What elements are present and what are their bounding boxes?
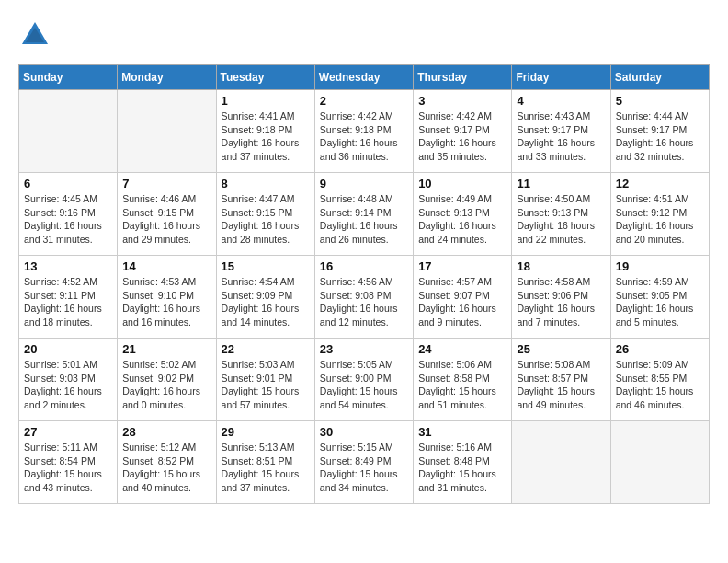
day-detail: Sunrise: 5:02 AMSunset: 9:02 PMDaylight:… [122, 358, 210, 412]
day-number: 5 [616, 94, 704, 108]
day-detail: Sunrise: 4:53 AMSunset: 9:10 PMDaylight:… [122, 275, 210, 329]
day-detail: Sunrise: 4:42 AMSunset: 9:17 PMDaylight:… [418, 109, 506, 164]
day-detail: Sunrise: 4:45 AMSunset: 9:16 PMDaylight:… [24, 192, 112, 247]
day-detail: Sunrise: 5:13 AMSunset: 8:51 PMDaylight:… [222, 441, 310, 495]
weekday-header: Monday [118, 65, 216, 90]
day-number: 25 [517, 342, 605, 356]
calendar-cell: 2Sunrise: 4:42 AMSunset: 9:18 PMDaylight… [314, 90, 413, 173]
day-number: 14 [122, 259, 210, 273]
calendar-cell: 27Sunrise: 5:11 AMSunset: 8:54 PMDayligh… [19, 421, 118, 504]
calendar-cell: 19Sunrise: 4:59 AMSunset: 9:05 PMDayligh… [610, 256, 709, 339]
calendar-cell [610, 421, 709, 504]
logo [18, 18, 55, 55]
calendar-cell: 14Sunrise: 4:53 AMSunset: 9:10 PMDayligh… [118, 256, 216, 339]
day-number: 7 [122, 177, 210, 190]
day-number: 20 [24, 342, 112, 356]
calendar-cell: 29Sunrise: 5:13 AMSunset: 8:51 PMDayligh… [216, 421, 314, 504]
day-number: 28 [122, 425, 210, 439]
day-detail: Sunrise: 4:50 AMSunset: 9:13 PMDaylight:… [517, 192, 605, 247]
day-detail: Sunrise: 4:43 AMSunset: 9:17 PMDaylight:… [517, 109, 605, 164]
day-detail: Sunrise: 5:08 AMSunset: 8:57 PMDaylight:… [517, 358, 605, 412]
day-detail: Sunrise: 4:59 AMSunset: 9:05 PMDaylight:… [616, 275, 704, 329]
calendar-cell: 15Sunrise: 4:54 AMSunset: 9:09 PMDayligh… [216, 256, 314, 339]
day-detail: Sunrise: 4:51 AMSunset: 9:12 PMDaylight:… [616, 192, 704, 247]
day-number: 19 [616, 259, 704, 273]
calendar-week-row: 27Sunrise: 5:11 AMSunset: 8:54 PMDayligh… [19, 421, 710, 504]
calendar-cell: 8Sunrise: 4:47 AMSunset: 9:15 PMDaylight… [216, 173, 314, 256]
day-number: 21 [122, 342, 210, 356]
calendar-table: SundayMondayTuesdayWednesdayThursdayFrid… [18, 64, 710, 504]
day-number: 15 [222, 259, 310, 273]
calendar-cell: 21Sunrise: 5:02 AMSunset: 9:02 PMDayligh… [118, 339, 216, 421]
day-detail: Sunrise: 4:52 AMSunset: 9:11 PMDaylight:… [24, 275, 112, 329]
day-detail: Sunrise: 5:12 AMSunset: 8:52 PMDaylight:… [122, 441, 210, 495]
day-detail: Sunrise: 5:11 AMSunset: 8:54 PMDaylight:… [24, 441, 112, 495]
day-detail: Sunrise: 5:03 AMSunset: 9:01 PMDaylight:… [222, 358, 310, 412]
day-number: 17 [418, 259, 506, 273]
calendar-cell: 31Sunrise: 5:16 AMSunset: 8:48 PMDayligh… [414, 421, 512, 504]
day-number: 10 [418, 177, 506, 190]
logo-icon [18, 18, 51, 52]
day-number: 31 [418, 425, 506, 439]
calendar-cell: 4Sunrise: 4:43 AMSunset: 9:17 PMDaylight… [512, 90, 610, 173]
day-number: 6 [24, 177, 112, 190]
day-number: 13 [24, 259, 112, 273]
day-detail: Sunrise: 5:01 AMSunset: 9:03 PMDaylight:… [24, 358, 112, 412]
day-number: 2 [320, 94, 408, 108]
weekday-header: Thursday [414, 65, 512, 90]
calendar-cell: 28Sunrise: 5:12 AMSunset: 8:52 PMDayligh… [118, 421, 216, 504]
day-detail: Sunrise: 4:42 AMSunset: 9:18 PMDaylight:… [320, 109, 408, 164]
calendar-cell: 30Sunrise: 5:15 AMSunset: 8:49 PMDayligh… [314, 421, 413, 504]
day-detail: Sunrise: 4:44 AMSunset: 9:17 PMDaylight:… [616, 109, 704, 164]
calendar-cell: 10Sunrise: 4:49 AMSunset: 9:13 PMDayligh… [414, 173, 512, 256]
calendar-cell: 13Sunrise: 4:52 AMSunset: 9:11 PMDayligh… [19, 256, 118, 339]
calendar-cell: 7Sunrise: 4:46 AMSunset: 9:15 PMDaylight… [118, 173, 216, 256]
day-detail: Sunrise: 4:47 AMSunset: 9:15 PMDaylight:… [222, 192, 310, 247]
calendar-cell: 26Sunrise: 5:09 AMSunset: 8:55 PMDayligh… [610, 339, 709, 421]
day-detail: Sunrise: 4:41 AMSunset: 9:18 PMDaylight:… [222, 109, 310, 164]
calendar-cell: 16Sunrise: 4:56 AMSunset: 9:08 PMDayligh… [314, 256, 413, 339]
day-number: 12 [616, 177, 704, 190]
day-number: 24 [418, 342, 506, 356]
day-detail: Sunrise: 4:56 AMSunset: 9:08 PMDaylight:… [320, 275, 408, 329]
calendar-cell: 18Sunrise: 4:58 AMSunset: 9:06 PMDayligh… [512, 256, 610, 339]
day-number: 22 [222, 342, 310, 356]
day-number: 11 [517, 177, 605, 190]
calendar-cell: 23Sunrise: 5:05 AMSunset: 9:00 PMDayligh… [314, 339, 413, 421]
day-detail: Sunrise: 5:06 AMSunset: 8:58 PMDaylight:… [418, 358, 506, 412]
day-detail: Sunrise: 4:58 AMSunset: 9:06 PMDaylight:… [517, 275, 605, 329]
day-number: 3 [418, 94, 506, 108]
day-detail: Sunrise: 4:57 AMSunset: 9:07 PMDaylight:… [418, 275, 506, 329]
calendar-header-row: SundayMondayTuesdayWednesdayThursdayFrid… [19, 65, 710, 90]
weekday-header: Tuesday [216, 65, 314, 90]
calendar-cell: 9Sunrise: 4:48 AMSunset: 9:14 PMDaylight… [314, 173, 413, 256]
calendar-cell: 6Sunrise: 4:45 AMSunset: 9:16 PMDaylight… [19, 173, 118, 256]
day-number: 16 [320, 259, 408, 273]
day-number: 30 [320, 425, 408, 439]
day-number: 8 [222, 177, 310, 190]
page-header [18, 18, 710, 55]
calendar-cell: 22Sunrise: 5:03 AMSunset: 9:01 PMDayligh… [216, 339, 314, 421]
day-number: 9 [320, 177, 408, 190]
day-detail: Sunrise: 5:05 AMSunset: 9:00 PMDaylight:… [320, 358, 408, 412]
calendar-cell: 25Sunrise: 5:08 AMSunset: 8:57 PMDayligh… [512, 339, 610, 421]
day-number: 29 [222, 425, 310, 439]
day-detail: Sunrise: 5:16 AMSunset: 8:48 PMDaylight:… [418, 441, 506, 495]
calendar-week-row: 6Sunrise: 4:45 AMSunset: 9:16 PMDaylight… [19, 173, 710, 256]
weekday-header: Saturday [610, 65, 709, 90]
day-detail: Sunrise: 4:48 AMSunset: 9:14 PMDaylight:… [320, 192, 408, 247]
day-detail: Sunrise: 5:15 AMSunset: 8:49 PMDaylight:… [320, 441, 408, 495]
calendar-cell: 3Sunrise: 4:42 AMSunset: 9:17 PMDaylight… [414, 90, 512, 173]
day-number: 27 [24, 425, 112, 439]
calendar-cell: 12Sunrise: 4:51 AMSunset: 9:12 PMDayligh… [610, 173, 709, 256]
calendar-week-row: 1Sunrise: 4:41 AMSunset: 9:18 PMDaylight… [19, 90, 710, 173]
calendar-cell: 11Sunrise: 4:50 AMSunset: 9:13 PMDayligh… [512, 173, 610, 256]
calendar-week-row: 20Sunrise: 5:01 AMSunset: 9:03 PMDayligh… [19, 339, 710, 421]
calendar-cell: 17Sunrise: 4:57 AMSunset: 9:07 PMDayligh… [414, 256, 512, 339]
weekday-header: Sunday [19, 65, 118, 90]
day-detail: Sunrise: 4:46 AMSunset: 9:15 PMDaylight:… [122, 192, 210, 247]
weekday-header: Friday [512, 65, 610, 90]
calendar-cell: 20Sunrise: 5:01 AMSunset: 9:03 PMDayligh… [19, 339, 118, 421]
day-detail: Sunrise: 5:09 AMSunset: 8:55 PMDaylight:… [616, 358, 704, 412]
day-detail: Sunrise: 4:54 AMSunset: 9:09 PMDaylight:… [222, 275, 310, 329]
